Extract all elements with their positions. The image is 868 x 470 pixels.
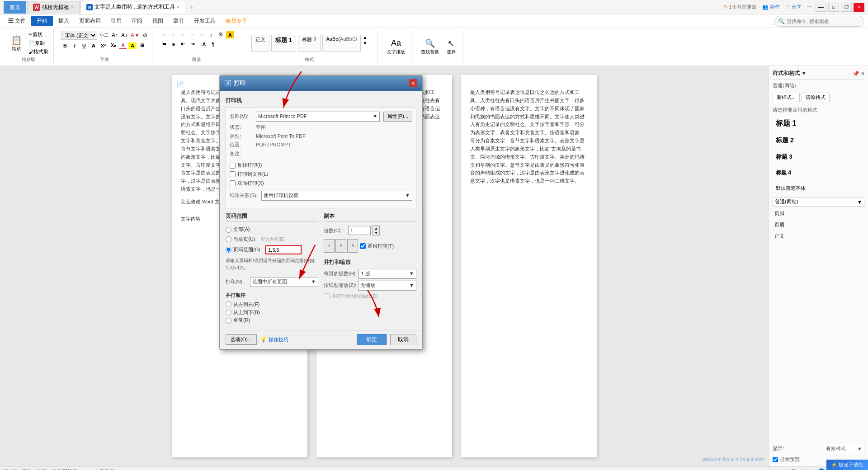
format-painter-button[interactable]: 🖌 格式刷 (27, 48, 50, 56)
ribbon-tab-insert[interactable]: 插入 (54, 15, 74, 27)
body-text-item[interactable]: 正文 (773, 232, 864, 240)
heading-3-item[interactable]: 标题 3 ↵ (773, 150, 864, 163)
align-center-button[interactable]: ≡ (169, 31, 177, 38)
style-h1-button[interactable]: 标题 1 (271, 35, 296, 52)
copies-increment-button[interactable]: ▲ (373, 226, 379, 230)
style-normal-button[interactable]: 正文 (251, 35, 269, 52)
style-h3-button[interactable]: AaBb(AaBbCi (322, 35, 361, 52)
print-scope-select[interactable]: 范围中所有页面 ▼ (250, 277, 318, 287)
cancel-button[interactable]: 取消 (390, 334, 416, 345)
line-spacing-button[interactable]: ↕ (207, 31, 215, 38)
doc-tab-close-icon[interactable]: × (177, 5, 179, 9)
ribbon-tab-view[interactable]: 视图 (148, 15, 168, 27)
tab-home[interactable]: 首页 (4, 1, 26, 14)
heading-1-item[interactable]: 标题 1 ↵ (773, 117, 864, 131)
cut-button[interactable]: ✂ 剪切 (27, 31, 50, 38)
style-more-button[interactable]: ⋯ (363, 47, 367, 52)
divider-line-checkbox[interactable] (324, 293, 330, 299)
bullets-button[interactable]: ≔ (160, 40, 168, 48)
superscript-button[interactable]: X² (99, 42, 108, 49)
align-left-button[interactable]: ≡ (160, 31, 168, 38)
tips-link[interactable]: 💡 操作技巧 (260, 336, 288, 344)
dialog-close-button[interactable]: × (409, 79, 417, 87)
subscript-button[interactable]: X₂ (109, 42, 118, 49)
options-button[interactable]: 选项(O)... (226, 334, 257, 345)
find-replace-button[interactable]: 🔍 查找替换 (419, 37, 441, 56)
ribbon-tab-start[interactable]: 开始 (31, 16, 53, 26)
show-value-dropdown[interactable]: 有效样式 ▼ (824, 444, 864, 453)
print-to-file-checkbox[interactable] (230, 171, 236, 177)
indent-decrease-button[interactable]: ⇤ (179, 40, 187, 48)
page-header-item[interactable]: 页眉 (773, 221, 864, 229)
style-scroll-down-button[interactable]: ▼ (363, 41, 367, 46)
tab-doc[interactable]: W 文字是人类用符...远的方式和工具 × (80, 1, 185, 14)
numbering-button[interactable]: ≡ (170, 41, 178, 48)
ribbon-tab-section[interactable]: 章节 (169, 15, 189, 27)
default-font-item[interactable]: 默认落笔字体 ↵ (773, 183, 864, 194)
ribbon-tab-member[interactable]: 会员专享 (221, 15, 252, 27)
top-bottom-radio[interactable] (226, 310, 231, 315)
align-justify-button[interactable]: ≡ (188, 31, 196, 38)
all-pages-radio[interactable] (226, 227, 231, 233)
style-scroll-up-button[interactable]: ▲ (363, 35, 367, 40)
panel-close-icon[interactable]: × (861, 70, 864, 77)
reverse-print-checkbox[interactable] (230, 163, 236, 169)
search-bar[interactable]: 🔍 (774, 16, 864, 27)
ribbon-tab-layout[interactable]: 页面布局 (75, 15, 105, 27)
duplex-checkbox[interactable] (230, 180, 236, 186)
properties-button[interactable]: 属性(P)... (383, 112, 412, 122)
normal-website-dropdown[interactable]: 普通(网站) ▼ (773, 197, 864, 207)
collate-checkbox[interactable] (360, 243, 366, 249)
page-range-radio[interactable] (226, 247, 231, 253)
sort-button[interactable]: ↕A (198, 41, 208, 48)
copies-input[interactable] (348, 226, 371, 235)
more-options[interactable]: ⋯ (807, 4, 812, 10)
show-marks-button[interactable]: ¶ (209, 41, 217, 48)
ribbon-tab-ref[interactable]: 引用 (106, 15, 126, 27)
shading-button[interactable]: A (226, 31, 234, 38)
page-range-input[interactable] (265, 245, 302, 254)
underline-button[interactable]: U (80, 42, 88, 49)
table-insert-button[interactable]: ⊞ (138, 42, 146, 49)
paste-button[interactable]: 📋 粘贴 (7, 33, 25, 53)
spell-check[interactable]: ☑ 拼写检查 ▼ (52, 468, 84, 470)
new-style-button[interactable]: 新样式... (773, 93, 800, 102)
tab-wps[interactable]: W 找板壳模板 × (27, 1, 80, 14)
bold-button[interactable]: B (61, 42, 69, 49)
highlight-button[interactable]: A (128, 42, 137, 49)
copy-button[interactable]: 📄 复制 (27, 39, 50, 47)
printer-name-select[interactable]: Microsoft Print to PDF ▼ (256, 112, 380, 122)
panel-pin-icon[interactable]: 📌 (853, 70, 859, 77)
style-h2-button[interactable]: 标题 2 (298, 35, 320, 52)
close-button[interactable]: × (854, 3, 864, 12)
decrease-font-button[interactable]: A↓ (121, 32, 127, 38)
select-button[interactable]: ↖ 选择 (443, 37, 459, 56)
heading-4-item[interactable]: 标题 4 ↵ (773, 167, 864, 179)
distributed-button[interactable]: ≡ (198, 31, 206, 38)
show-preview-checkbox[interactable] (773, 457, 778, 462)
ribbon-tab-dev[interactable]: 开发工具 (189, 15, 220, 27)
repeat-radio[interactable] (226, 318, 231, 324)
ok-button[interactable]: 确定 (357, 334, 387, 345)
font-family-select[interactable]: 宋体 (正文) (61, 31, 97, 40)
text-arrange-button[interactable]: Aa 文字排版 (385, 37, 407, 56)
share-btn[interactable]: ↗ 分享 (785, 4, 802, 10)
font-color-menu-button[interactable]: A▼ (131, 32, 140, 38)
heading-2-item[interactable]: 标题 2 ↵ (773, 134, 864, 147)
paper-source-select[interactable]: 使用打印机设置 ▼ (261, 191, 412, 201)
strikethrough-button[interactable]: A (90, 42, 98, 49)
ribbon-tab-review[interactable]: 审阅 (127, 15, 147, 27)
italic-button[interactable]: I (71, 42, 79, 49)
pages-per-sheet-select[interactable]: 1 版 ▼ (359, 269, 416, 279)
content-check[interactable]: ✓ 内容检查 ▼ (89, 468, 121, 470)
indent-increase-button[interactable]: ⇥ (189, 40, 197, 48)
page-footer-item[interactable]: 页脚 (773, 209, 864, 218)
collab-btn[interactable]: 👥 协作 (762, 4, 780, 10)
align-right-button[interactable]: ≡ (179, 31, 187, 38)
restore-button[interactable]: ❐ (841, 3, 852, 12)
wps-tab-close-icon[interactable]: × (71, 5, 74, 10)
minimize-button[interactable]: — (816, 3, 826, 12)
borders-button[interactable]: ⊡ (217, 31, 225, 38)
search-input[interactable] (787, 19, 850, 24)
ribbon-tab-file[interactable]: ☰ 文件 (4, 15, 30, 27)
